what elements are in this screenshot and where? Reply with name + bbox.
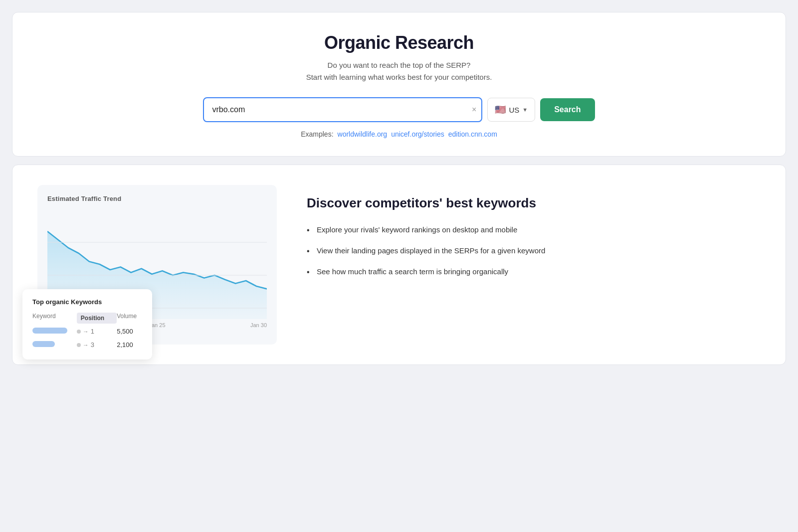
clear-icon[interactable]: × <box>472 106 476 114</box>
keyword-bar-2 <box>32 341 55 347</box>
kw-bar-cell-1 <box>32 324 77 337</box>
search-button[interactable]: Search <box>540 98 595 121</box>
position-cell-1: → 1 <box>77 328 117 335</box>
kw-col-volume: Volume <box>117 313 142 324</box>
table-row: → 3 2,100 <box>32 337 142 351</box>
keywords-card: Top organic Keywords Keyword Position Vo… <box>22 289 152 359</box>
volume-value-1: 5,500 <box>117 324 142 337</box>
feature-text: Discover competitors' best keywords Expl… <box>307 185 761 287</box>
page-subtitle: Do you want to reach the top of the SERP… <box>42 59 756 83</box>
feature-bullet-1: Explore your rivals' keyword rankings on… <box>307 224 761 236</box>
example-link-1[interactable]: worldwildlife.org <box>338 130 388 138</box>
search-input[interactable] <box>203 97 482 122</box>
search-row: × 🇺🇸 US ▼ Search <box>42 97 756 122</box>
chart-title: Estimated Traffic Trend <box>47 195 267 202</box>
search-card: Organic Research Do you want to reach th… <box>12 12 786 157</box>
position-cell-2: → 3 <box>77 341 117 349</box>
kw-col-keyword: Keyword <box>32 313 77 324</box>
chart-section: Estimated Traffic Trend <box>37 185 277 345</box>
position-value-2: 3 <box>91 341 94 349</box>
keywords-card-title: Top organic Keywords <box>32 298 142 306</box>
kw-col-position: Position <box>77 313 117 324</box>
chevron-down-icon: ▼ <box>522 107 528 113</box>
example-link-3[interactable]: edition.cnn.com <box>448 130 497 138</box>
x-label-3: Jan 30 <box>250 322 267 328</box>
arrow-dot-2 <box>77 343 81 347</box>
feature-heading: Discover competitors' best keywords <box>307 195 761 212</box>
feature-bullet-3: See how much traffic a search term is br… <box>307 266 761 278</box>
keywords-table: Keyword Position Volume → 1 <box>32 313 142 351</box>
table-row: → 1 5,500 <box>32 324 142 337</box>
volume-value-2: 2,100 <box>117 337 142 351</box>
country-selector[interactable]: 🇺🇸 US ▼ <box>487 98 535 122</box>
arrow-dot-1 <box>77 330 81 334</box>
search-input-wrapper: × <box>203 97 482 122</box>
position-value-1: 1 <box>91 328 94 335</box>
example-link-2[interactable]: unicef.org/stories <box>391 130 444 138</box>
country-label: US <box>509 106 519 114</box>
feature-card: Estimated Traffic Trend <box>12 165 786 365</box>
kw-bar-cell-2 <box>32 337 77 351</box>
keyword-bar-1 <box>32 328 67 334</box>
flag-icon: 🇺🇸 <box>495 104 506 115</box>
feature-bullet-2: View their landing pages displayed in th… <box>307 245 761 257</box>
page-title: Organic Research <box>42 32 756 53</box>
examples-label: Examples: <box>301 130 333 138</box>
feature-list: Explore your rivals' keyword rankings on… <box>307 224 761 278</box>
examples-row: Examples: worldwildlife.org unicef.org/s… <box>42 130 756 138</box>
